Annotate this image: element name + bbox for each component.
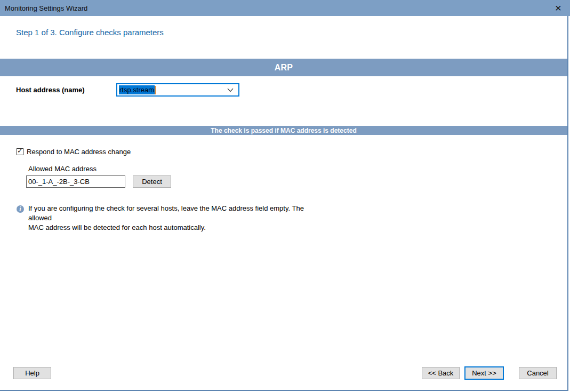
check-condition-banner: The check is passed if MAC address is de… — [0, 126, 567, 135]
next-button[interactable]: Next >> — [464, 366, 504, 380]
checkmark-icon: ✓ — [17, 147, 23, 155]
step-title: Step 1 of 3. Configure checks parameters — [16, 28, 164, 37]
host-address-selected-text: rtsp.stream — [119, 85, 155, 94]
info-text-line2: MAC address will be detected for each ho… — [28, 223, 315, 233]
cancel-button[interactable]: Cancel — [519, 367, 557, 379]
chevron-down-icon[interactable] — [227, 88, 234, 92]
allowed-mac-input[interactable] — [26, 175, 125, 188]
host-address-combobox[interactable]: rtsp.stream — [116, 83, 239, 97]
host-address-label: Host address (name) — [16, 86, 85, 94]
close-icon[interactable]: × — [549, 0, 568, 15]
arp-section-header: ARP — [0, 59, 567, 76]
back-button[interactable]: << Back — [422, 367, 460, 379]
window-border-right — [567, 16, 568, 390]
info-text-line1: If you are configuring the check for sev… — [28, 204, 315, 223]
monitoring-settings-wizard-window: Monitoring Settings Wizard × Step 1 of 3… — [0, 0, 570, 392]
window-title: Monitoring Settings Wizard — [5, 4, 87, 12]
help-button[interactable]: Help — [13, 367, 51, 379]
window-border-bottom — [0, 390, 568, 391]
allowed-mac-label: Allowed MAC address — [28, 165, 97, 173]
title-bar: Monitoring Settings Wizard × — [0, 0, 570, 16]
info-note: i If you are configuring the check for s… — [17, 204, 315, 233]
info-text: If you are configuring the check for sev… — [28, 204, 315, 233]
respond-mac-change-checkbox[interactable]: ✓ — [17, 148, 23, 155]
text-caret — [155, 86, 156, 94]
respond-mac-change-row: ✓ Respond to MAC address change — [17, 148, 131, 156]
detect-button[interactable]: Detect — [133, 175, 171, 188]
info-icon: i — [17, 205, 24, 213]
respond-mac-change-label: Respond to MAC address change — [27, 148, 131, 156]
